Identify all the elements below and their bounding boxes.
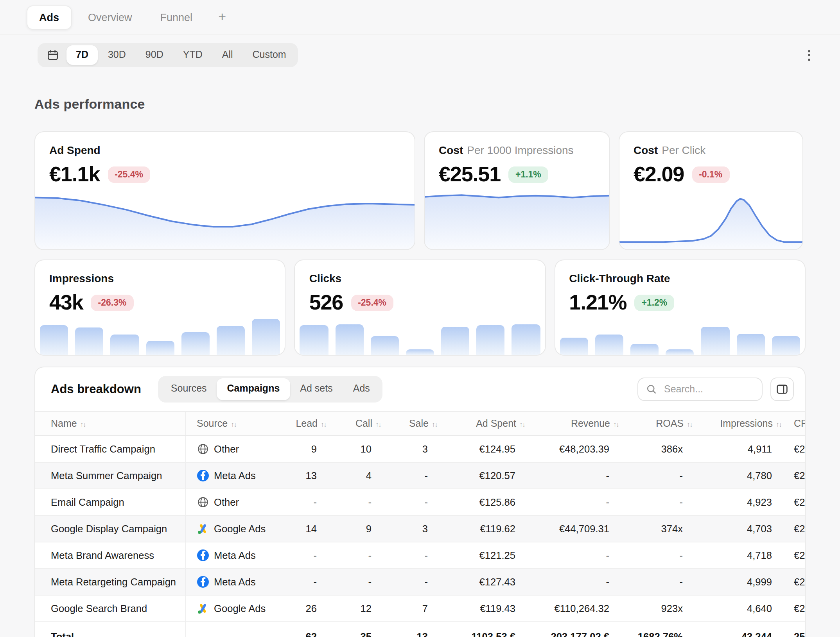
range-ytd[interactable]: YTD <box>174 46 212 65</box>
google-icon <box>197 522 208 534</box>
range-30d[interactable]: 30D <box>99 46 135 65</box>
total-source-cell <box>185 621 281 637</box>
kpi-delta-badge: +1.1% <box>508 166 548 183</box>
sparkline-chart <box>425 188 609 249</box>
bar <box>477 325 505 355</box>
revenue-cell: - <box>531 568 625 595</box>
impressions-cell: 4,640 <box>698 595 788 621</box>
segment-sources[interactable]: Sources <box>161 378 217 400</box>
column-header-name[interactable]: Name↑↓ <box>35 411 185 435</box>
roas-cell: - <box>625 568 698 595</box>
kpi-delta-badge: -26.3% <box>91 295 134 311</box>
columns-toggle-button[interactable] <box>770 378 794 401</box>
name-cell: Meta Summer Campaign <box>35 462 185 488</box>
kpi-value: 526 <box>309 291 343 315</box>
ads-breakdown-card: Ads breakdown Sources Campaigns Ad sets … <box>34 367 806 637</box>
source-label: Meta Ads <box>214 549 256 561</box>
sort-icon: ↑↓ <box>519 420 525 428</box>
total-roas-cell: 1682,76% <box>625 621 698 637</box>
spent-cell: €119.43 <box>443 595 531 621</box>
page-title: Ads performance <box>34 97 840 113</box>
kpi-card-ctr: Click-Through Rate 1.21%+1.2% <box>554 259 806 356</box>
segment-ads[interactable]: Ads <box>343 378 380 400</box>
tab-overview[interactable]: Overview <box>76 6 144 29</box>
column-header-impressions[interactable]: Impressions↑↓ <box>698 411 788 435</box>
column-header-cpm[interactable]: CPM↑↓ <box>788 411 805 435</box>
tab-funnel[interactable]: Funnel <box>149 6 205 29</box>
source-label: Google Ads <box>214 602 266 614</box>
top-tab-bar: Ads Overview Funnel + <box>0 0 840 35</box>
impressions-cell: 4,923 <box>698 488 788 515</box>
segment-ad-sets[interactable]: Ad sets <box>290 378 343 400</box>
lead-cell: - <box>281 568 332 595</box>
cpm-cell: €25.44 <box>788 435 805 462</box>
sort-icon: ↑↓ <box>613 420 619 428</box>
search-input[interactable] <box>662 383 754 395</box>
meta-icon <box>197 469 208 481</box>
source-cell: Meta Ads <box>185 542 281 568</box>
sale-cell: 3 <box>387 515 443 542</box>
range-all[interactable]: All <box>213 46 242 65</box>
kpi-title: Cost <box>439 144 463 156</box>
call-cell: - <box>332 542 387 568</box>
column-header-revenue[interactable]: Revenue↑↓ <box>531 411 625 435</box>
total-cpm-cell: 25,52 € <box>788 621 805 637</box>
table-row[interactable]: Google Search BrandGoogle Ads26127€119.4… <box>35 595 805 621</box>
table-row[interactable]: Direct Traffic CampaignOther9103€124.95€… <box>35 435 805 462</box>
table-row[interactable]: Meta Retargeting CampaignMeta Ads---€127… <box>35 568 805 595</box>
sale-cell: - <box>387 542 443 568</box>
table-row[interactable]: Google Display CampaignGoogle Ads1493€11… <box>35 515 805 542</box>
total-spent-cell: 1103,53 € <box>443 621 531 637</box>
bar <box>512 324 540 355</box>
tab-ads[interactable]: Ads <box>27 5 72 29</box>
roas-cell: - <box>625 488 698 515</box>
breakdown-header: Ads breakdown Sources Campaigns Ad sets … <box>35 367 805 411</box>
name-cell: Google Display Campaign <box>35 515 185 542</box>
cpm-cell: €25.74 <box>788 595 805 621</box>
calendar-button[interactable] <box>40 45 66 65</box>
kpi-title: Clicks <box>309 272 342 285</box>
range-90d[interactable]: 90D <box>136 46 173 65</box>
kpi-title: Cost <box>634 144 658 156</box>
impressions-cell: 4,911 <box>698 435 788 462</box>
sale-cell: 7 <box>387 595 443 621</box>
column-header-ad-spent[interactable]: Ad Spent↑↓ <box>443 411 531 435</box>
column-header-sale[interactable]: Sale↑↓ <box>387 411 443 435</box>
meta-icon <box>197 549 208 561</box>
impressions-cell: 4,703 <box>698 515 788 542</box>
calendar-icon <box>47 49 59 61</box>
column-header-call[interactable]: Call↑↓ <box>332 411 387 435</box>
kpi-title: Ad Spend <box>49 144 101 156</box>
kpi-value: €1.1k <box>49 163 100 187</box>
sort-icon: ↑↓ <box>375 420 381 428</box>
search-icon <box>646 384 657 395</box>
column-header-roas[interactable]: ROAS↑↓ <box>625 411 698 435</box>
bar <box>40 325 68 355</box>
source-cell: Other <box>185 488 281 515</box>
more-options-button[interactable] <box>802 45 817 65</box>
table-row[interactable]: Meta Summer CampaignMeta Ads134-€120.57-… <box>35 462 805 488</box>
total-revenue-cell: 203.177,02 € <box>531 621 625 637</box>
column-header-source[interactable]: Source↑↓ <box>185 411 281 435</box>
impressions-cell: 4,999 <box>698 568 788 595</box>
table-row[interactable]: Email CampaignOther---€125.86--4,923€25.… <box>35 488 805 515</box>
bar <box>701 327 729 355</box>
bar <box>181 332 210 355</box>
range-custom[interactable]: Custom <box>243 46 296 65</box>
meta-icon <box>197 576 208 587</box>
bar <box>111 335 139 355</box>
revenue-cell: - <box>531 488 625 515</box>
column-header-lead[interactable]: Lead↑↓ <box>281 411 332 435</box>
source-cell: Meta Ads <box>185 462 281 488</box>
add-tab-button[interactable]: + <box>209 8 235 27</box>
search-box <box>637 378 763 401</box>
spent-cell: €124.95 <box>443 435 531 462</box>
roas-cell: 923x <box>625 595 698 621</box>
range-7d[interactable]: 7D <box>66 46 98 65</box>
bar <box>406 349 434 355</box>
bar <box>441 327 469 355</box>
table-row[interactable]: Meta Brand AwarenessMeta Ads---€121.25--… <box>35 542 805 568</box>
call-cell: - <box>332 568 387 595</box>
segment-campaigns[interactable]: Campaigns <box>217 378 290 400</box>
name-cell: Google Search Brand <box>35 595 185 621</box>
